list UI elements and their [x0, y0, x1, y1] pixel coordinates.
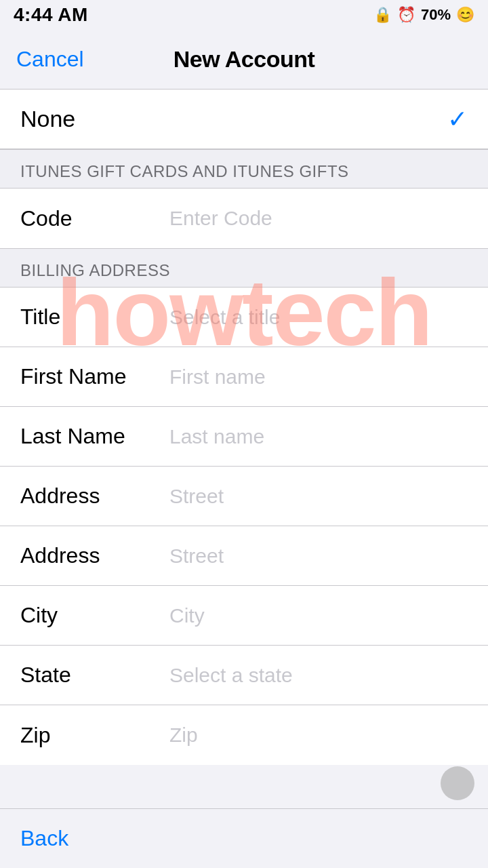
billing-input-3[interactable]	[169, 485, 468, 508]
alarm-icon: ⏰	[397, 6, 415, 24]
billing-row-6[interactable]: State	[0, 646, 488, 705]
billing-input-6[interactable]	[169, 664, 468, 687]
code-row[interactable]: Code	[0, 189, 488, 248]
checkmark-icon: ✓	[447, 105, 468, 134]
billing-section-header: BILLING ADDRESS	[0, 248, 488, 288]
back-button[interactable]: Back	[20, 826, 68, 851]
billing-label-4: Address	[20, 543, 169, 568]
billing-input-1[interactable]	[169, 366, 468, 389]
none-label: None	[20, 106, 75, 132]
billing-label-1: First Name	[20, 364, 169, 389]
status-time: 4:44 AM	[14, 4, 88, 26]
billing-input-0[interactable]	[169, 306, 468, 329]
billing-input-7[interactable]	[169, 724, 468, 747]
none-row[interactable]: None ✓	[0, 90, 488, 149]
code-label: Code	[20, 206, 169, 231]
billing-row-0[interactable]: Title	[0, 288, 488, 347]
billing-input-5[interactable]	[169, 604, 468, 627]
billing-row-1[interactable]: First Name	[0, 347, 488, 407]
bottom-bar: Back	[0, 808, 488, 868]
gift-cards-form: Code	[0, 189, 488, 248]
billing-row-5[interactable]: City	[0, 586, 488, 646]
status-icons: 🔒 ⏰ 70% 😊	[373, 6, 474, 24]
billing-form: TitleFirst NameLast NameAddressAddressCi…	[0, 288, 488, 765]
code-input[interactable]	[169, 207, 468, 230]
content-area: None ✓ ITUNES GIFT CARDS AND ITUNES GIFT…	[0, 90, 488, 765]
gift-cards-section-header: ITUNES GIFT CARDS AND ITUNES GIFTS	[0, 149, 488, 189]
nav-bar: Cancel New Account	[0, 30, 488, 90]
battery-level: 70%	[421, 6, 451, 24]
billing-row-3[interactable]: Address	[0, 467, 488, 526]
billing-label-7: Zip	[20, 723, 169, 748]
billing-row-7[interactable]: Zip	[0, 705, 488, 765]
billing-label-3: Address	[20, 484, 169, 509]
billing-input-2[interactable]	[169, 425, 468, 448]
billing-input-4[interactable]	[169, 545, 468, 568]
billing-label-5: City	[20, 603, 169, 628]
cancel-button[interactable]: Cancel	[16, 47, 84, 72]
scroll-indicator	[441, 766, 474, 800]
page-title: New Account	[174, 46, 315, 73]
billing-header-text: BILLING ADDRESS	[20, 261, 170, 279]
emoji-icon: 😊	[456, 6, 474, 24]
status-bar: 4:44 AM 🔒 ⏰ 70% 😊	[0, 0, 488, 30]
billing-row-4[interactable]: Address	[0, 526, 488, 586]
billing-label-2: Last Name	[20, 424, 169, 449]
gift-cards-header-text: ITUNES GIFT CARDS AND ITUNES GIFTS	[20, 162, 349, 180]
lock-icon: 🔒	[373, 6, 392, 24]
billing-label-6: State	[20, 663, 169, 688]
billing-label-0: Title	[20, 304, 169, 330]
billing-row-2[interactable]: Last Name	[0, 407, 488, 467]
